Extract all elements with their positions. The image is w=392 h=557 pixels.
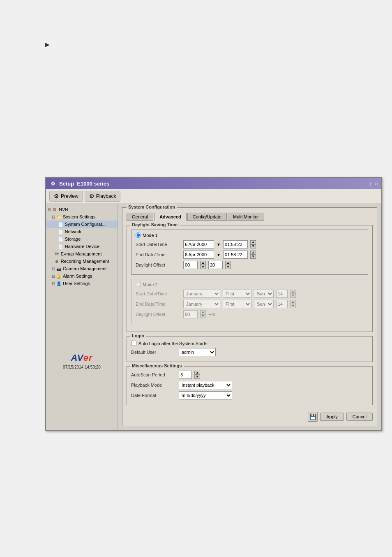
mode2-start-week[interactable]: First xyxy=(223,290,251,298)
sidebar-item-camera[interactable]: ⊟ 📷 Camera Management xyxy=(46,265,118,272)
mode2-end-day[interactable]: Sun xyxy=(254,300,274,308)
title-bar: ⚙ Setup E1000 series ↕ ○ xyxy=(46,178,381,189)
mode2-offset-label: Daylight Offset xyxy=(136,312,181,317)
user-icon: 👤 xyxy=(56,281,62,286)
mode1-start-time[interactable] xyxy=(223,240,248,248)
mode2-start-hour-down[interactable]: ▼ xyxy=(290,294,296,298)
date-format-select[interactable]: mm/dd/yyyy dd/mm/yyyy yyyy/mm/dd xyxy=(179,391,232,399)
misc-section: Miscellaneous Settings AutoScan Period ▲… xyxy=(127,366,373,405)
mode2-start-day[interactable]: Sun xyxy=(254,290,274,298)
mode2-end-week[interactable]: First xyxy=(223,300,251,308)
minimize-button[interactable]: ↕ xyxy=(369,180,372,187)
mode1-offset-min-spinner: ▲ ▼ xyxy=(225,261,231,269)
mode1-offset-hrs[interactable] xyxy=(183,261,198,269)
expand-icon-storage xyxy=(56,237,57,241)
sidebar-label-camera: Camera Management xyxy=(63,266,106,271)
mode2-start-month[interactable]: January xyxy=(183,290,220,298)
mode2-end-label: End Date/Time xyxy=(136,302,181,306)
sidebar-item-system-config[interactable]: 📄 System Configurat... xyxy=(46,220,118,228)
sidebar-label-emap: E-map Management xyxy=(61,251,102,256)
mode1-start-date-arrow[interactable]: ▼ xyxy=(217,242,221,247)
record-icon: ⏺ xyxy=(54,258,60,264)
mode2-radio[interactable] xyxy=(136,282,141,287)
sidebar-label-alarm: Alarm Settings xyxy=(63,274,92,278)
misc-section-title: Miscellaneous Settings xyxy=(130,363,184,368)
mode2-end-hour-down[interactable]: ▼ xyxy=(290,304,296,308)
mode1-end-time[interactable] xyxy=(223,251,248,259)
default-user-row: Default User admin user1 user2 xyxy=(131,348,368,356)
mode2-start-hour[interactable] xyxy=(276,290,288,298)
mode2-end-hour[interactable] xyxy=(276,300,288,308)
expand-icon-config xyxy=(56,222,57,227)
mode2-offset-down[interactable]: ▼ xyxy=(200,314,206,318)
date-format-row: Date Format mm/dd/yyyy dd/mm/yyyy yyyy/m… xyxy=(131,391,368,399)
default-user-select[interactable]: admin user1 user2 xyxy=(179,348,216,356)
sidebar-item-system-settings[interactable]: ⊟ 📁 System Settings xyxy=(46,213,118,220)
mode1-end-date[interactable] xyxy=(183,251,214,259)
login-section: Login Auto Login after the System Starts… xyxy=(127,336,373,362)
expand-icon-alarm: ⊟ xyxy=(52,274,55,278)
mode2-start-hour-up[interactable]: ▲ xyxy=(290,290,296,294)
preview-button[interactable]: ⚙ Preview xyxy=(49,191,83,202)
sidebar-item-storage[interactable]: 📄 Storage xyxy=(46,235,118,243)
playback-mode-select[interactable]: Instant playback Normal playback xyxy=(179,381,232,389)
page-icon-config: 📄 xyxy=(58,221,64,227)
sidebar-item-recording[interactable]: ⏺ Recording Management xyxy=(46,258,118,265)
sidebar-item-user[interactable]: ⊟ 👤 User Settings xyxy=(46,280,118,287)
mode1-offset-down[interactable]: ▼ xyxy=(200,265,206,269)
mode1-offset-min[interactable] xyxy=(208,261,223,269)
mode1-offset-min-up[interactable]: ▲ xyxy=(225,261,231,265)
expand-icon-nvr: ⊟ xyxy=(48,207,51,212)
close-button[interactable]: ○ xyxy=(375,180,378,187)
mode2-offset-value[interactable] xyxy=(183,310,198,318)
auto-login-checkbox[interactable] xyxy=(131,341,136,346)
mode1-end-date-arrow[interactable]: ▼ xyxy=(217,253,221,257)
sidebar-item-nvr[interactable]: ⊟ 🖥 NVR xyxy=(46,206,118,213)
mode2-radio-group: Mode 2 xyxy=(136,282,364,287)
mode2-end-month[interactable]: January xyxy=(183,300,220,308)
mode1-start-label: Start Date/Time xyxy=(136,242,181,247)
mode1-start-date[interactable] xyxy=(183,240,214,248)
expand-icon-camera: ⊟ xyxy=(52,267,55,271)
tab-config-update[interactable]: Config/Update xyxy=(187,213,227,221)
autoscan-value[interactable] xyxy=(179,371,192,379)
save-icon-button[interactable]: 💾 xyxy=(308,412,318,422)
mode1-end-label: End Date/Time xyxy=(136,252,181,257)
page-icon-storage: 📄 xyxy=(58,236,64,242)
tab-multi-monitor[interactable]: Multi Monitor xyxy=(228,213,264,221)
sidebar-label-recording: Recording Management xyxy=(61,259,109,264)
mode1-start-down[interactable]: ▼ xyxy=(250,244,256,248)
autoscan-spinner: ▲ ▼ xyxy=(194,371,200,379)
expand-icon-hardware xyxy=(56,244,57,249)
expand-icon-network xyxy=(56,230,57,234)
autoscan-up[interactable]: ▲ xyxy=(194,371,200,375)
playback-button[interactable]: ⚙ Playback xyxy=(85,191,121,202)
mode1-end-up[interactable]: ▲ xyxy=(250,251,256,255)
mode2-section: Mode 2 Start Date/Time January First xyxy=(131,279,368,324)
tab-general[interactable]: General xyxy=(127,213,153,221)
mode1-offset-up[interactable]: ▲ xyxy=(200,261,206,265)
system-config-box: System Configuration General Advanced Co… xyxy=(122,207,377,426)
mode1-end-down[interactable]: ▼ xyxy=(250,255,256,259)
mode1-offset-min-down[interactable]: ▼ xyxy=(225,265,231,269)
mode1-start-up[interactable]: ▲ xyxy=(250,240,256,244)
mode1-end-spinner: ▲ ▼ xyxy=(250,251,256,259)
mode1-start-spinner: ▲ ▼ xyxy=(250,240,256,248)
mode1-radio[interactable] xyxy=(136,232,141,238)
apply-button[interactable]: Apply xyxy=(320,413,344,421)
mode2-end-hour-up[interactable]: ▲ xyxy=(290,300,296,304)
sidebar-item-network[interactable]: 📄 Network xyxy=(46,228,118,235)
sidebar-item-alarm[interactable]: ⊟ 🔔 Alarm Settings xyxy=(46,272,118,280)
playback-icon: ⚙ xyxy=(89,193,95,200)
mode2-start-hour-spinner: ▲ ▼ xyxy=(290,290,296,298)
cancel-button[interactable]: Cancel xyxy=(346,413,373,421)
autoscan-down[interactable]: ▼ xyxy=(194,375,200,379)
setup-icon: ⚙ xyxy=(49,180,57,187)
daylight-saving-title: Daylight Saving Time xyxy=(130,222,179,227)
mode2-hrs-label: Hrs. xyxy=(208,312,217,317)
tab-advanced[interactable]: Advanced xyxy=(154,213,187,221)
sidebar-item-hardware[interactable]: 📄 Hardware Device xyxy=(46,243,118,250)
sidebar-item-emap[interactable]: 🗺 E-map Management xyxy=(46,250,118,258)
sidebar-label-system-settings: System Settings xyxy=(63,214,95,219)
mode2-offset-up[interactable]: ▲ xyxy=(200,310,206,314)
